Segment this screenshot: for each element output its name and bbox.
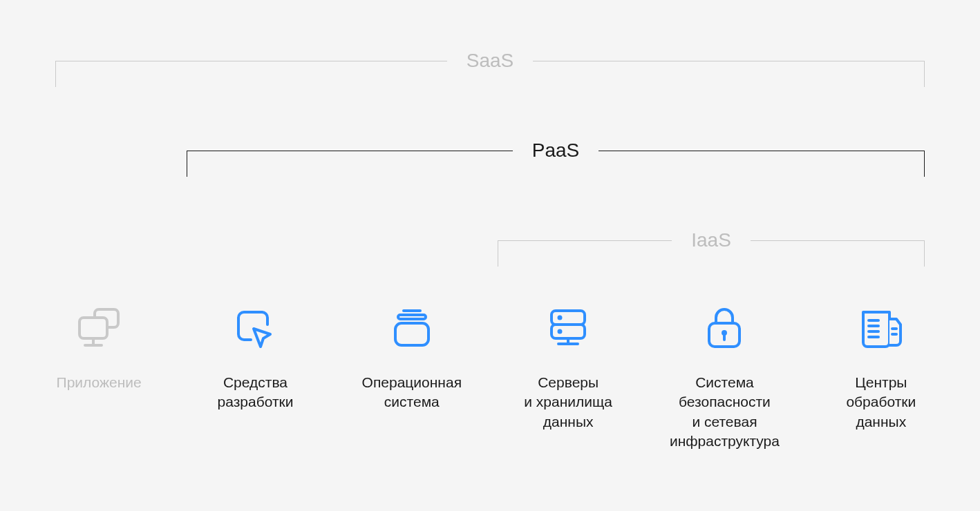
item-security-label: Система безопасности и сетевая инфрастру… [670, 373, 780, 451]
svg-rect-6 [395, 323, 428, 345]
item-os-label: Операционная система [362, 373, 462, 412]
item-security: Система безопасности и сетевая инфрастру… [646, 304, 802, 451]
item-os: Операционная система [334, 304, 490, 451]
stack-icon [387, 304, 437, 354]
bracket-paas-label: PaaS [513, 141, 599, 160]
item-devtools-label: Средства разработки [218, 373, 294, 412]
svg-rect-7 [552, 311, 585, 325]
item-app: Приложение [21, 304, 177, 451]
svg-rect-8 [552, 325, 585, 338]
monitor-icon [74, 304, 124, 354]
item-datacenter-label: Центры обработки данных [846, 373, 916, 432]
items-row: Приложение Средства разработки [0, 304, 980, 451]
item-servers-label: Серверы и хранилища данных [524, 373, 612, 432]
svg-point-9 [559, 317, 561, 319]
svg-rect-5 [398, 315, 426, 319]
cursor-square-icon [230, 304, 280, 354]
bracket-saas-label: SaaS [447, 51, 534, 70]
diagram-canvas: SaaS PaaS IaaS [0, 0, 980, 511]
item-devtools: Средства разработки [177, 304, 333, 451]
item-servers: Серверы и хранилища данных [490, 304, 646, 451]
bracket-iaas-label: IaaS [672, 231, 751, 250]
svg-point-10 [559, 331, 561, 333]
item-datacenter: Центры обработки данных [803, 304, 959, 451]
svg-rect-1 [79, 318, 107, 338]
server-icon [543, 304, 593, 354]
beaker-icon [856, 304, 906, 354]
lock-icon [699, 304, 749, 354]
item-app-label: Приложение [57, 373, 142, 392]
